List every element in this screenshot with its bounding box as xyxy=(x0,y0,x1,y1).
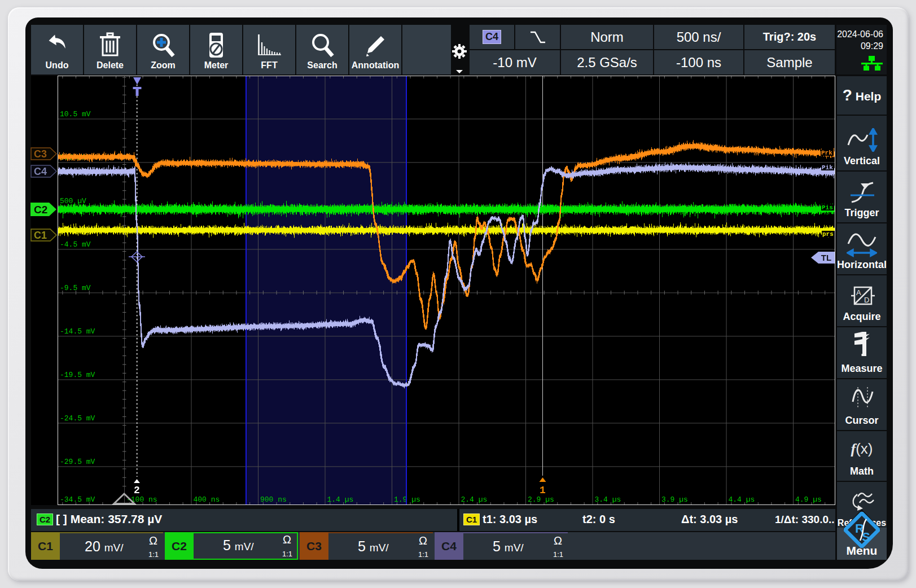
svg-text:C2: C2 xyxy=(34,204,47,216)
svg-text:C3: C3 xyxy=(34,148,47,160)
svg-text:C4: C4 xyxy=(34,166,47,177)
svg-text:C1: C1 xyxy=(34,230,47,241)
